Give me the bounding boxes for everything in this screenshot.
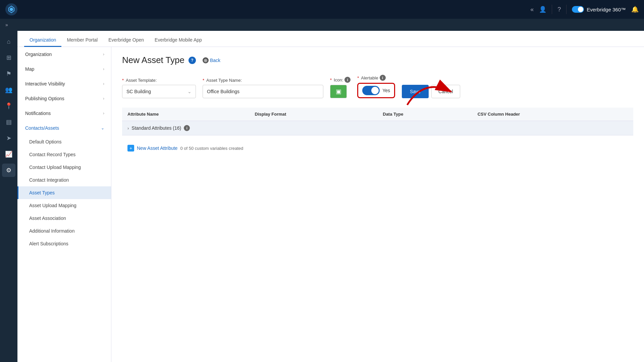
- page-help-icon[interactable]: ?: [189, 57, 196, 64]
- chevron-publishing: ›: [103, 96, 104, 101]
- cancel-button[interactable]: Cancel: [431, 85, 460, 98]
- standard-attributes-label: Standard Attributes (16): [131, 125, 181, 131]
- nav-sub-default-options[interactable]: Default Options: [17, 135, 111, 148]
- standard-attrs-info[interactable]: i: [184, 125, 190, 131]
- chevron-contacts-assets: ⌄: [101, 126, 104, 130]
- tab-everbridge-open[interactable]: Everbridge Open: [103, 34, 149, 47]
- nav-item-publishing[interactable]: Publishing Options ›: [17, 91, 111, 106]
- sidebar-icon-settings[interactable]: ⚙: [2, 164, 15, 177]
- secondbar: »: [0, 19, 644, 31]
- icon-symbol: ▣: [336, 88, 341, 95]
- new-attribute-row[interactable]: + New Asset Attribute 0 of 50 custom var…: [122, 141, 633, 156]
- asset-template-select[interactable]: SC Building ⌄: [122, 85, 196, 98]
- nav-item-notifications[interactable]: Notifications ›: [17, 106, 111, 121]
- action-buttons: Save Cancel: [402, 85, 460, 98]
- help-icon[interactable]: ?: [557, 6, 561, 13]
- sidebar-icon-send[interactable]: ➤: [2, 131, 15, 145]
- icon-info[interactable]: i: [344, 77, 351, 83]
- back-circle-icon: ⊕: [203, 57, 209, 63]
- sidebar-icon-chart[interactable]: 📈: [2, 147, 15, 161]
- nav-sub-asset-association[interactable]: Asset Association: [17, 212, 111, 225]
- icon-label: * Icon: i: [330, 77, 351, 83]
- topbar-left: [5, 3, 17, 15]
- expand-chevron-icon: ›: [127, 126, 129, 131]
- tab-mobile-app[interactable]: Everbridge Mobile App: [149, 34, 207, 47]
- nav-sub-contact-upload-mapping[interactable]: Contact Upload Mapping: [17, 161, 111, 174]
- standard-attributes-expand[interactable]: › Standard Attributes (16) i: [122, 121, 633, 135]
- nav-sub-alert-subscriptions[interactable]: Alert Subscriptions: [17, 237, 111, 250]
- sidebar-icon-location[interactable]: 📍: [2, 99, 15, 113]
- sidebar-icon-grid[interactable]: ⊞: [2, 51, 15, 64]
- asset-type-name-group: * Asset Type Name:: [203, 78, 323, 98]
- tab-member-portal[interactable]: Member Portal: [61, 34, 103, 47]
- brand-toggle[interactable]: [572, 6, 584, 13]
- expand-button[interactable]: »: [3, 21, 11, 29]
- svg-point-1: [10, 8, 13, 11]
- icon-picker[interactable]: ▣: [330, 85, 347, 98]
- alertable-box: Yes: [357, 83, 395, 98]
- collapse-icon[interactable]: «: [530, 6, 534, 13]
- custom-vars-count: 0 of 50 custom variables created: [180, 146, 243, 151]
- nav-sub-asset-types[interactable]: Asset Types: [17, 186, 111, 199]
- nav-sub-asset-upload-mapping[interactable]: Asset Upload Mapping: [17, 199, 111, 212]
- nav-item-organization[interactable]: Organization ›: [17, 47, 111, 62]
- tab-organization[interactable]: Organization: [24, 34, 61, 47]
- col-data-type: Data Type: [377, 108, 472, 121]
- content-area: Organization Member Portal Everbridge Op…: [17, 31, 644, 362]
- asset-type-name-input[interactable]: [203, 85, 323, 98]
- brand-area: Everbridge 360™: [572, 6, 626, 13]
- chevron-map: ›: [103, 67, 104, 71]
- chevron-organization: ›: [103, 52, 104, 57]
- form-row: * Asset Template: SC Building ⌄ *: [122, 75, 633, 98]
- nav-sub-contact-integration[interactable]: Contact Integration: [17, 174, 111, 186]
- topbar-divider: [552, 5, 552, 14]
- sidebar-icon-home[interactable]: ⌂: [2, 35, 15, 48]
- attributes-table: Attribute Name Display Format Data Type …: [122, 108, 633, 135]
- icon-group: * Icon: i ▣: [330, 77, 351, 98]
- everbridge-logo: [5, 3, 17, 15]
- user-icon[interactable]: 👤: [539, 6, 546, 13]
- icon-sidebar: ⌂ ⊞ ⚑ 👥 📍 ▤ ➤ 📈 ⚙: [0, 31, 17, 362]
- nav-item-map[interactable]: Map ›: [17, 62, 111, 76]
- side-and-main: Organization › Map › Interactive Visibil…: [17, 47, 644, 362]
- back-link[interactable]: ⊕ Back: [203, 57, 220, 63]
- main-layout: ⌂ ⊞ ⚑ 👥 📍 ▤ ➤ 📈 ⚙ Organization Member Po…: [0, 31, 644, 362]
- required-star-4: *: [357, 75, 359, 80]
- nav-sub-contact-record-types[interactable]: Contact Record Types: [17, 148, 111, 161]
- save-button[interactable]: Save: [402, 85, 429, 98]
- alertable-value-label: Yes: [382, 88, 390, 93]
- plus-square-icon: +: [127, 145, 134, 152]
- nav-item-interactive-visibility[interactable]: Interactive Visibility ›: [17, 76, 111, 91]
- select-chevron: ⌄: [187, 89, 192, 94]
- sidebar-icon-people[interactable]: 👥: [2, 83, 15, 97]
- page-title: New Asset Type: [122, 55, 184, 65]
- required-star-2: *: [203, 78, 204, 83]
- asset-template-group: * Asset Template: SC Building ⌄: [122, 78, 196, 98]
- alertable-toggle[interactable]: [362, 86, 380, 95]
- left-nav: Organization › Map › Interactive Visibil…: [17, 47, 111, 362]
- required-star: *: [122, 78, 124, 83]
- asset-template-label: * Asset Template:: [122, 78, 196, 83]
- standard-attributes-row: › Standard Attributes (16) i: [122, 121, 633, 136]
- form-row-wrapper: * Asset Template: SC Building ⌄ *: [122, 75, 633, 98]
- alertable-info[interactable]: i: [380, 75, 386, 81]
- asset-type-name-label: * Asset Type Name:: [203, 78, 323, 83]
- tabs-bar: Organization Member Portal Everbridge Op…: [17, 31, 644, 47]
- nav-group-contacts-assets[interactable]: Contacts/Assets ⌄: [17, 121, 111, 135]
- topbar-divider-2: [566, 5, 567, 14]
- brand-label: Everbridge 360™: [587, 7, 626, 12]
- nav-sub-additional-info[interactable]: Additional Information: [17, 225, 111, 237]
- chevron-notifications: ›: [103, 111, 104, 116]
- notification-icon[interactable]: 🔔: [631, 6, 639, 13]
- alertable-label: * Alertable i: [357, 75, 395, 81]
- main-content: New Asset Type ? ⊕ Back * Asset: [111, 47, 644, 362]
- required-star-3: *: [330, 77, 332, 82]
- new-attribute-label: New Asset Attribute: [137, 145, 177, 151]
- sidebar-icon-flag[interactable]: ⚑: [2, 67, 15, 80]
- topbar-right: « 👤 ? Everbridge 360™ 🔔: [530, 5, 639, 14]
- col-attribute-name: Attribute Name: [122, 108, 250, 121]
- sidebar-icon-list[interactable]: ▤: [2, 115, 15, 129]
- col-csv-header: CSV Column Header: [472, 108, 633, 121]
- topbar: « 👤 ? Everbridge 360™ 🔔: [0, 0, 644, 19]
- col-display-format: Display Format: [250, 108, 378, 121]
